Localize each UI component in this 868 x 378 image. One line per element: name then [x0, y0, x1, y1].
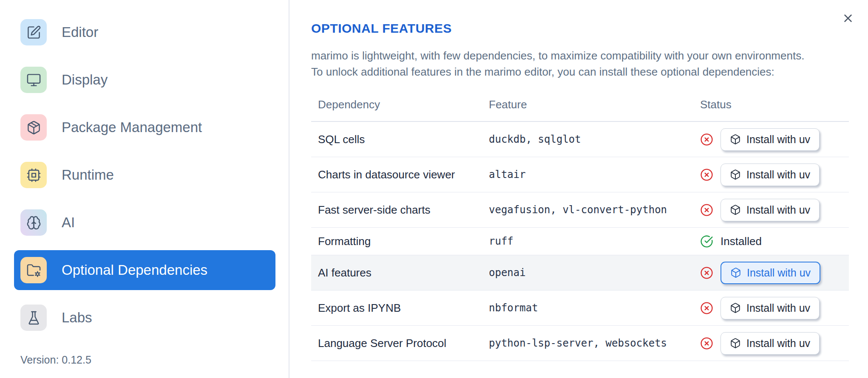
dependency-cell: Formatting [311, 228, 482, 255]
column-header-feature: Feature [482, 88, 693, 121]
table-row: Fast server-side chartsvegafusion, vl-co… [311, 192, 849, 228]
circle-x-icon [700, 203, 713, 217]
status-label: Installed [720, 235, 762, 248]
brain-icon [20, 209, 47, 236]
install-with-uv-button[interactable]: Install with uv [720, 199, 820, 221]
feature-cell: vegafusion, vl-convert-python [482, 192, 693, 228]
column-header-status: Status [693, 88, 849, 121]
install-with-uv-button[interactable]: Install with uv [720, 262, 820, 284]
circle-x-icon [700, 168, 713, 181]
sidebar-item-package-management[interactable]: Package Management [14, 107, 275, 147]
feature-cell: ruff [482, 228, 693, 255]
feature-cell: openai [482, 255, 693, 291]
install-with-uv-button[interactable]: Install with uv [720, 297, 820, 319]
feature-cell: nbformat [482, 291, 693, 326]
flask-icon [20, 305, 47, 331]
intro-line-1: marimo is lightweight, with few dependen… [311, 49, 804, 62]
status-cell: Install with uv [693, 121, 849, 157]
sidebar-item-editor[interactable]: Editor [14, 12, 275, 52]
install-with-uv-button[interactable]: Install with uv [720, 332, 820, 355]
package-icon [20, 114, 47, 141]
install-button-label: Install with uv [746, 169, 810, 181]
table-row: Language Server Protocolpython-lsp-serve… [311, 326, 849, 361]
feature-cell: altair [482, 157, 693, 192]
box-icon [730, 169, 741, 180]
feature-cell: duckdb, sqlglot [482, 121, 693, 157]
sidebar-item-label: Runtime [62, 167, 114, 183]
sidebar-item-runtime[interactable]: Runtime [14, 155, 275, 195]
circle-x-icon [700, 133, 713, 146]
sidebar-item-display[interactable]: Display [14, 60, 275, 100]
status-cell: Install with uv [693, 255, 849, 291]
page-title: OPTIONAL FEATURES [311, 21, 849, 36]
status-cell: Install with uv [693, 326, 849, 361]
dependency-cell: AI features [311, 255, 482, 291]
dependency-cell: Export as IPYNB [311, 291, 482, 326]
sidebar-nav: EditorDisplayPackage ManagementRuntimeAI… [14, 12, 289, 338]
box-icon [730, 302, 741, 313]
install-button-label: Install with uv [746, 204, 810, 216]
circle-x-icon [700, 337, 713, 350]
status-cell: Install with uv [693, 291, 849, 326]
feature-cell: python-lsp-server, websockets [482, 326, 693, 361]
sidebar-item-label: Editor [62, 24, 98, 40]
optional-features-panel: OPTIONAL FEATURES marimo is lightweight,… [290, 0, 868, 378]
table-header-row: Dependency Feature Status [311, 88, 849, 121]
dependency-cell: Fast server-side charts [311, 192, 482, 228]
install-with-uv-button[interactable]: Install with uv [720, 164, 820, 186]
settings-sidebar: EditorDisplayPackage ManagementRuntimeAI… [0, 0, 289, 378]
install-button-label: Install with uv [746, 133, 810, 146]
column-header-dependency: Dependency [311, 88, 482, 121]
sidebar-item-label: Optional Dependencies [62, 262, 207, 278]
sidebar-item-labs[interactable]: Labs [14, 298, 275, 338]
circle-x-icon [700, 266, 713, 279]
square-pen-icon [20, 19, 47, 45]
cpu-icon [20, 162, 47, 188]
dependency-cell: Charts in datasource viewer [311, 157, 482, 192]
sidebar-item-label: AI [62, 214, 75, 231]
intro-line-2: To unlock additional features in the mar… [311, 65, 774, 78]
install-with-uv-button[interactable]: Install with uv [720, 128, 820, 151]
sidebar-item-ai[interactable]: AI [14, 203, 275, 243]
dependency-cell: SQL cells [311, 121, 482, 157]
install-button-label: Install with uv [747, 267, 811, 279]
sidebar-item-label: Display [62, 72, 108, 88]
table-row: FormattingruffInstalled [311, 228, 849, 255]
table-row: AI featuresopenaiInstall with uv [311, 255, 849, 291]
circle-x-icon [700, 302, 713, 315]
install-button-label: Install with uv [746, 302, 810, 314]
status-cell: Install with uv [693, 157, 849, 192]
sidebar-item-optional-dependencies[interactable]: Optional Dependencies [14, 250, 275, 290]
monitor-icon [20, 67, 47, 93]
box-icon [730, 204, 741, 215]
version-label: Version: 0.12.5 [20, 354, 91, 366]
box-icon [730, 267, 741, 278]
circle-check-icon [700, 235, 713, 248]
sidebar-item-label: Package Management [62, 119, 202, 135]
folder-cog-icon [20, 257, 47, 283]
dependency-cell: Language Server Protocol [311, 326, 482, 361]
table-row: Export as IPYNBnbformatInstall with uv [311, 291, 849, 326]
table-row: Charts in datasource vieweraltairInstall… [311, 157, 849, 192]
box-icon [730, 338, 741, 349]
sidebar-item-label: Labs [62, 310, 92, 326]
install-button-label: Install with uv [746, 337, 810, 350]
status-cell: Install with uv [693, 192, 849, 228]
optional-features-table: Dependency Feature Status SQL cellsduckd… [311, 88, 849, 361]
table-row: SQL cellsduckdb, sqlglotInstall with uv [311, 121, 849, 157]
intro-text: marimo is lightweight, with few dependen… [311, 48, 849, 80]
box-icon [730, 134, 741, 145]
status-cell: Installed [693, 228, 849, 255]
